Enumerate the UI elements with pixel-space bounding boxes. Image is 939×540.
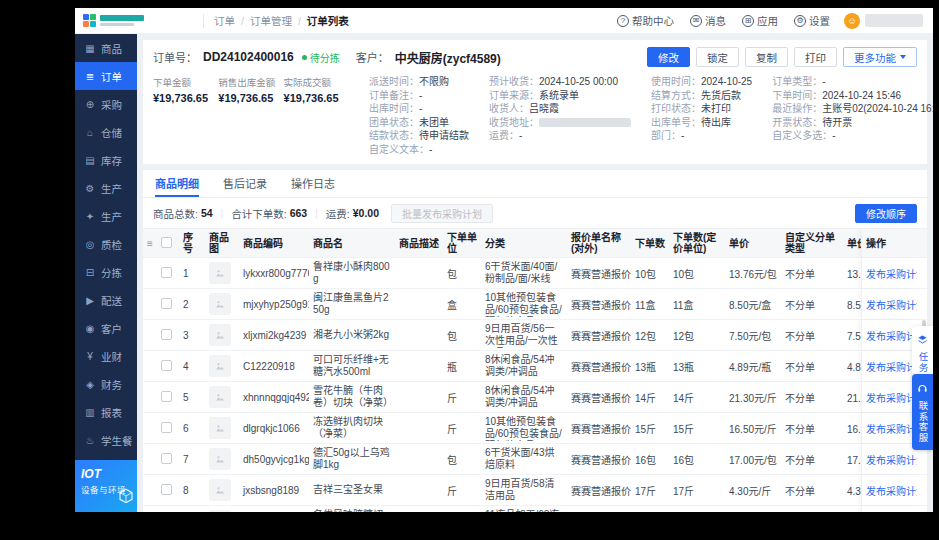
table-row: 6 dlgrqkjc1066 冻选鲜扒肉切块（净菜） — [143, 413, 927, 444]
sidebar-item-label: 报表 — [101, 405, 122, 420]
copy-button[interactable]: 复制 — [745, 47, 788, 67]
row-checkbox[interactable] — [161, 422, 172, 433]
sidebar-item[interactable]: ✦ 生产 — [75, 202, 137, 230]
topbar-action-item[interactable]: ⚙ 设置 — [794, 13, 830, 28]
clipped-price: 21.30元/斤 — [843, 390, 861, 405]
shipping-fee-value: ¥0.00 — [353, 207, 379, 219]
user-avatar[interactable]: ☺ — [844, 13, 860, 29]
sidebar-item[interactable]: ⊟ 分拣 — [75, 258, 137, 286]
edit-button[interactable]: 修改 — [647, 47, 690, 67]
lock-button[interactable]: 锁定 — [696, 47, 739, 67]
detail-tab[interactable]: 商品明细 — [155, 170, 199, 197]
order-field: 派送时间： 不限购 — [369, 75, 469, 89]
sidebar-item[interactable]: ▥ 报表 — [75, 398, 137, 426]
table-row: 5 xhnnnqgqjq4920 雪花牛腩（牛肉卷）切块（净菜） — [143, 382, 927, 413]
row-checkbox[interactable] — [161, 391, 172, 402]
topbar-action-item[interactable]: ? 帮助中心 — [617, 13, 674, 28]
table-row: 3 xljxmi2kg4239 湘老九小米粥2kg — [143, 320, 927, 351]
order-qty: 16包 — [631, 452, 669, 467]
publish-purchase-plan-link[interactable]: 发布采购计划 — [866, 359, 917, 374]
sidebar-item-icon: ◎ — [84, 239, 96, 250]
sidebar-item[interactable]: ⚙ 生产 — [75, 174, 137, 202]
row-checkbox[interactable] — [161, 298, 172, 309]
more-actions-button[interactable]: 更多功能 — [843, 47, 917, 67]
publish-purchase-plan-link[interactable]: 发布采购计划 — [866, 266, 917, 281]
product-code: dlgrqkjc1066 — [239, 423, 309, 434]
product-image-placeholder[interactable] — [209, 386, 231, 408]
product-name: 可口可乐纤维+无糖汽水500ml — [309, 354, 395, 378]
sidebar-item[interactable]: ≣ 订单 — [75, 62, 137, 90]
reorder-button[interactable]: 修改顺序 — [855, 204, 917, 223]
row-checkbox[interactable] — [161, 360, 172, 371]
publish-purchase-plan-link[interactable]: 发布采购计划 — [866, 452, 917, 467]
publish-purchase-plan-link[interactable]: 发布采购计划 — [866, 390, 917, 405]
breadcrumb-orders[interactable]: 订单 — [214, 13, 235, 28]
row-checkbox[interactable] — [161, 267, 172, 278]
product-category: 10其他预包装食品/60预包装食品/预包装食品 — [481, 416, 567, 441]
col-header-unit: 下单单位 — [443, 232, 481, 254]
topbar-divider — [203, 14, 204, 28]
amount-value: ¥19,736.65 — [218, 92, 283, 104]
col-header-index: 序号 — [179, 232, 205, 254]
row-checkbox[interactable] — [161, 484, 172, 495]
field-value: 主账号02(2024-10-24 16:01) — [822, 102, 933, 116]
product-image-placeholder[interactable] — [209, 293, 231, 315]
sidebar-item[interactable]: ◈ 财务 — [75, 370, 137, 398]
sidebar-item[interactable]: ◎ 质检 — [75, 230, 137, 258]
publish-purchase-plan-link[interactable]: 发布采购计划 — [866, 421, 917, 436]
sidebar-item-label: 生产 — [101, 209, 122, 224]
total-order-qty-value: 663 — [290, 207, 308, 219]
row-index: 1 — [179, 268, 205, 279]
batch-publish-purchase-plan-button[interactable]: 批量发布采购计划 — [391, 204, 493, 223]
detail-tab[interactable]: 售后记录 — [223, 170, 267, 197]
detail-tab[interactable]: 操作日志 — [291, 170, 335, 197]
field-value: 系统录单 — [539, 89, 579, 103]
order-field: 订单备注： - — [369, 89, 469, 103]
table-header-row: ≡ 序号 商品图 商品编码 商品名 商品描述 下单单位 分类 报价单名称(对外)… — [143, 228, 927, 258]
product-image-placeholder[interactable] — [209, 510, 231, 512]
split-type: 不分单 — [781, 390, 843, 405]
col-header-code: 商品编码 — [239, 238, 309, 249]
sidebar-item[interactable]: ¥ 业财 — [75, 342, 137, 370]
product-image-placeholder[interactable] — [209, 262, 231, 284]
product-image-placeholder[interactable] — [209, 448, 231, 470]
product-image-placeholder[interactable] — [209, 324, 231, 346]
field-label: 运费： — [489, 129, 519, 143]
publish-purchase-plan-link[interactable]: 发布采购计划 — [866, 483, 917, 498]
field-value: 待开票 — [822, 116, 852, 130]
customer-service-float-button[interactable]: 联系客服 — [912, 374, 933, 450]
sidebar-item[interactable]: ⊕ 采购 — [75, 90, 137, 118]
breadcrumb-order-management[interactable]: 订单管理 — [250, 13, 292, 28]
topbar-action-item[interactable]: ✉ 消息 — [690, 13, 726, 28]
topbar-action-item[interactable]: ⊞ 应用 — [742, 13, 778, 28]
row-checkbox[interactable] — [161, 329, 172, 340]
drag-column-header: ≡ — [143, 238, 157, 249]
publish-purchase-plan-link[interactable]: 发布采购计划 — [866, 328, 917, 343]
row-image-cell — [205, 479, 239, 501]
sidebar-item[interactable]: ▤ 库存 — [75, 146, 137, 174]
task-float-button[interactable]: 任务 — [912, 326, 933, 379]
order-info-col-4: 订单类型： - 下单时间： 2024-10-24 15:46 — [772, 75, 933, 156]
unit-price: 8.50元/盒 — [725, 297, 781, 312]
sidebar-item[interactable]: ▦ 商品 — [75, 34, 137, 62]
split-type: 不分单 — [781, 421, 843, 436]
product-image-placeholder[interactable] — [209, 479, 231, 501]
select-all-checkbox[interactable] — [161, 237, 172, 248]
col-header-order-qty-pricing-unit: 下单数(定价单位) — [669, 232, 725, 254]
product-image-placeholder[interactable] — [209, 417, 231, 439]
publish-purchase-plan-link[interactable]: 发布采购计划 — [866, 297, 917, 312]
logo-wordmark — [100, 15, 144, 26]
sidebar-item[interactable]: ▶ 配送 — [75, 286, 137, 314]
product-name: 闽江康鱼黑鱼片250g — [309, 292, 395, 316]
print-button[interactable]: 打印 — [794, 47, 837, 67]
sidebar-item-icon: ⚙ — [84, 183, 96, 194]
product-image-placeholder[interactable] — [209, 355, 231, 377]
sidebar-item[interactable]: ⌂ 仓储 — [75, 118, 137, 146]
field-label: 部门： — [651, 129, 681, 143]
order-header: 订单号： DD24102400016 待分拣 客户： 中央厨房(zycf4589… — [153, 47, 917, 67]
row-image-cell — [205, 386, 239, 408]
sidebar-item[interactable]: ♨ 学生餐 — [75, 426, 137, 454]
iot-banner[interactable]: IOT 设备与环境 — [75, 460, 137, 512]
sidebar-item[interactable]: ◉ 客户 — [75, 314, 137, 342]
row-checkbox[interactable] — [161, 453, 172, 464]
